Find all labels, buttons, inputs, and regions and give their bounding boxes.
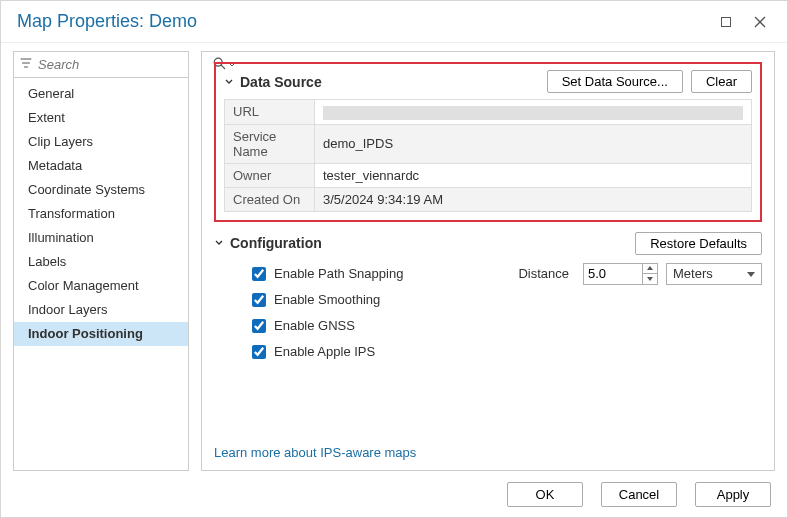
set-data-source-button[interactable]: Set Data Source... [547, 70, 683, 93]
nav-item-extent[interactable]: Extent [14, 106, 188, 130]
distance-spinner [583, 263, 658, 285]
window-title: Map Properties: Demo [17, 11, 709, 32]
nav-item-indoor-positioning[interactable]: Indoor Positioning [14, 322, 188, 346]
dialog-body: General Extent Clip Layers Metadata Coor… [1, 43, 787, 471]
ok-button[interactable]: OK [507, 482, 583, 507]
distance-block: Distance Meters [518, 263, 762, 285]
unit-value: Meters [673, 266, 713, 281]
nav-item-clip-layers[interactable]: Clip Layers [14, 130, 188, 154]
smoothing-label: Enable Smoothing [274, 292, 380, 307]
url-masked-value [323, 106, 743, 120]
distance-input[interactable] [583, 263, 643, 285]
search-input[interactable] [36, 56, 209, 73]
owner-label: Owner [225, 163, 315, 187]
gnss-label: Enable GNSS [274, 318, 355, 333]
nav-list: General Extent Clip Layers Metadata Coor… [14, 78, 188, 470]
nav-item-indoor-layers[interactable]: Indoor Layers [14, 298, 188, 322]
configuration-title: Configuration [230, 235, 635, 251]
owner-value: tester_viennardc [315, 163, 752, 187]
data-source-highlight: Data Source Set Data Source... Clear URL… [214, 62, 762, 222]
chevron-down-icon [224, 77, 234, 87]
created-on-value: 3/5/2024 9:34:19 AM [315, 187, 752, 211]
path-snapping-checkbox[interactable] [252, 267, 266, 281]
filter-icon[interactable] [20, 57, 32, 72]
service-name-value: demo_IPDS [315, 124, 752, 163]
apple-ips-label: Enable Apple IPS [274, 344, 375, 359]
learn-more-link[interactable]: Learn more about IPS-aware maps [214, 429, 762, 460]
titlebar: Map Properties: Demo [1, 1, 787, 43]
distance-label: Distance [518, 266, 569, 281]
configuration-header[interactable]: Configuration Restore Defaults [214, 232, 762, 255]
created-on-label: Created On [225, 187, 315, 211]
url-value [315, 100, 752, 125]
maximize-button[interactable] [709, 7, 743, 37]
url-label: URL [225, 100, 315, 125]
table-row: Owner tester_viennardc [225, 163, 752, 187]
apply-button[interactable]: Apply [695, 482, 771, 507]
path-snapping-row: Enable Path Snapping Distance Meters [248, 263, 762, 285]
restore-defaults-button[interactable]: Restore Defaults [635, 232, 762, 255]
nav-item-labels[interactable]: Labels [14, 250, 188, 274]
spin-up-icon[interactable] [643, 264, 657, 274]
nav-item-illumination[interactable]: Illumination [14, 226, 188, 250]
dialog-footer: OK Cancel Apply [1, 471, 787, 517]
table-row: URL [225, 100, 752, 125]
configuration-section: Configuration Restore Defaults Enable Pa… [214, 232, 762, 373]
service-name-label: Service Name [225, 124, 315, 163]
spin-down-icon[interactable] [643, 274, 657, 284]
nav-item-coordinate-systems[interactable]: Coordinate Systems [14, 178, 188, 202]
content-panel: Data Source Set Data Source... Clear URL… [201, 51, 775, 471]
apple-ips-checkbox[interactable] [252, 345, 266, 359]
data-source-table: URL Service Name demo_IPDS Owner tester_… [224, 99, 752, 212]
gnss-row: Enable GNSS [248, 315, 762, 337]
cancel-button[interactable]: Cancel [601, 482, 677, 507]
apple-ips-row: Enable Apple IPS [248, 341, 762, 363]
close-button[interactable] [743, 7, 777, 37]
table-row: Service Name demo_IPDS [225, 124, 752, 163]
path-snapping-label: Enable Path Snapping [274, 266, 403, 281]
svg-rect-0 [722, 17, 731, 26]
nav-item-metadata[interactable]: Metadata [14, 154, 188, 178]
table-row: Created On 3/5/2024 9:34:19 AM [225, 187, 752, 211]
nav-item-color-management[interactable]: Color Management [14, 274, 188, 298]
sidebar: General Extent Clip Layers Metadata Coor… [13, 51, 189, 471]
chevron-down-icon [214, 238, 224, 248]
data-source-header[interactable]: Data Source Set Data Source... Clear [224, 70, 752, 93]
map-properties-dialog: Map Properties: Demo General [0, 0, 788, 518]
unit-select[interactable]: Meters [666, 263, 762, 285]
nav-item-transformation[interactable]: Transformation [14, 202, 188, 226]
spin-buttons [643, 263, 658, 285]
nav-item-general[interactable]: General [14, 82, 188, 106]
search-row [14, 52, 188, 78]
gnss-checkbox[interactable] [252, 319, 266, 333]
smoothing-checkbox[interactable] [252, 293, 266, 307]
smoothing-row: Enable Smoothing [248, 289, 762, 311]
clear-data-source-button[interactable]: Clear [691, 70, 752, 93]
data-source-title: Data Source [240, 74, 547, 90]
